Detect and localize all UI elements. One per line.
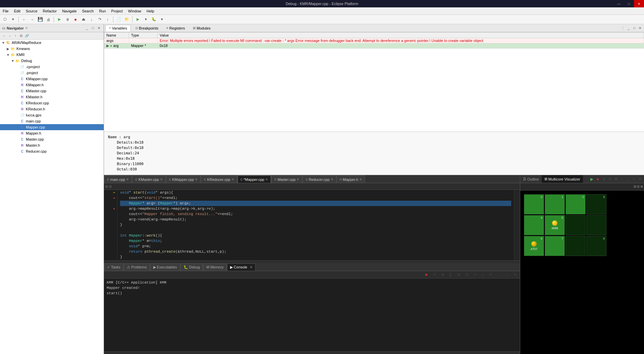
- editor-tab-close-4[interactable]: ✕: [265, 178, 268, 181]
- editor-tab-3[interactable]: CKReducer.cpp ✕: [201, 175, 237, 183]
- tree-arrow-kmeans[interactable]: ▶: [6, 47, 10, 51]
- editor-tab-close-7[interactable]: ✕: [359, 178, 362, 181]
- tab-registers[interactable]: ≡ Registers: [163, 25, 189, 32]
- console-maximize[interactable]: □: [503, 271, 511, 278]
- tree-item-kreducer_cpp[interactable]: CKReducer.cpp: [0, 100, 104, 106]
- toolbar-debug-suspend[interactable]: ⏸: [64, 16, 71, 23]
- toolbar-new[interactable]: 📄: [115, 16, 122, 23]
- console-btn2[interactable]: ✕: [431, 271, 438, 278]
- debug-maximize-icon[interactable]: □: [632, 26, 637, 31]
- tree-arrow-kmr[interactable]: ▼: [6, 53, 10, 57]
- console-minimize[interactable]: _: [495, 271, 502, 278]
- tree-item-lucca[interactable]: 📄lucca.gps: [0, 112, 104, 118]
- debug-minimize-icon[interactable]: _: [626, 26, 631, 31]
- nav-close-icon[interactable]: ✕: [96, 26, 102, 31]
- menu-file[interactable]: File: [0, 8, 11, 14]
- tree-item-kmapper_h[interactable]: HKMapper.h: [0, 82, 104, 88]
- multicore-tab[interactable]: ⊞ Multicore Visualizer: [542, 175, 583, 183]
- menu-search[interactable]: Search: [79, 8, 97, 14]
- tree-item-debug[interactable]: ▼📁Debug: [0, 58, 104, 64]
- toolbar-run[interactable]: ▶: [134, 16, 142, 23]
- nav-collapse-icon[interactable]: ⊟: [18, 33, 24, 39]
- tree-item-mapper_cpp[interactable]: CMapper.cpp: [0, 124, 104, 130]
- toolbar-step-over[interactable]: ↷: [96, 16, 103, 23]
- nav-minimize-icon[interactable]: _: [84, 26, 90, 31]
- maximize-button[interactable]: □: [624, 0, 634, 7]
- console-tab-problems[interactable]: ⚠ Problems: [124, 263, 150, 271]
- console-tab-console[interactable]: ▶ Console✕: [227, 263, 256, 271]
- menu-refactor[interactable]: Refactor: [40, 8, 60, 14]
- editor-tab-6[interactable]: CReducer.cpp ✕: [303, 175, 336, 183]
- toolbar-debug-btn[interactable]: 🐛: [150, 16, 158, 23]
- toolbar-debug-stop[interactable]: ■: [72, 16, 79, 23]
- editor-tab-1[interactable]: CKMaster.cpp ✕: [132, 175, 166, 183]
- multicore-close-icon[interactable]: ✕: [637, 176, 643, 182]
- minimize-button[interactable]: —: [614, 0, 624, 7]
- tree-item-kmeans[interactable]: ▶📁Kmeans: [0, 46, 104, 52]
- var-row-1[interactable]: ▶ ● argMapper *0x18: [104, 43, 644, 49]
- toolbar-run-dropdown[interactable]: ▾: [142, 16, 150, 23]
- editor-tab-close-0[interactable]: ✕: [126, 178, 129, 181]
- outline-tab[interactable]: ☰ Outline: [520, 175, 542, 183]
- toolbar-debug-disconnect[interactable]: ⏏: [80, 16, 87, 23]
- tab-variables[interactable]: = Variables: [105, 25, 131, 32]
- toolbar-save[interactable]: 💾: [37, 16, 44, 23]
- tree-item-kmaster_cpp[interactable]: CKMaster.cpp: [0, 88, 104, 94]
- code-content[interactable]: void* start(void* args){ cout<<"start()"…: [117, 190, 514, 260]
- debug-show-cols-icon[interactable]: ⋮: [620, 26, 626, 31]
- tree-item-kreducer_h[interactable]: HKReducer.h: [0, 106, 104, 112]
- tree-item-cproject[interactable]: 📄.cproject: [0, 64, 104, 70]
- multicore-stop-icon[interactable]: ■: [595, 176, 600, 182]
- close-button[interactable]: ✕: [634, 0, 644, 7]
- console-tab-debug[interactable]: 🐛 Debug: [180, 263, 203, 271]
- tree-arrow-debug[interactable]: ▼: [11, 59, 15, 63]
- editor-tab-close-3[interactable]: ✕: [231, 178, 234, 181]
- console-btn5[interactable]: ⊟: [455, 271, 462, 278]
- toolbar-open[interactable]: 📁: [123, 16, 130, 23]
- nav-link-icon[interactable]: 🔗: [24, 33, 30, 39]
- editor-tab-5[interactable]: CMaster.cpp ✕: [271, 175, 302, 183]
- menu-window[interactable]: Window: [125, 8, 144, 14]
- console-btn3[interactable]: ⊗: [439, 271, 446, 278]
- toolbar-debug-resume[interactable]: ▶: [56, 16, 63, 23]
- tree-arrow-arav[interactable]: ▼: [1, 41, 5, 45]
- multicore-more-icon[interactable]: ⋮: [619, 176, 625, 182]
- tree-item-main_cpp[interactable]: Cmain.cpp: [0, 118, 104, 124]
- menu-help[interactable]: Help: [144, 8, 157, 14]
- tree-item-arav[interactable]: ▼🏗ARAVMapReduce: [0, 40, 104, 46]
- menu-edit[interactable]: Edit: [11, 8, 23, 14]
- menu-project[interactable]: Project: [109, 8, 125, 14]
- toolbar-btn-2[interactable]: ▾: [9, 16, 17, 23]
- var-expand-icon[interactable]: ▶: [106, 44, 110, 48]
- tree-item-mapper_h[interactable]: HMapper.h: [0, 130, 104, 136]
- editor-tab-2[interactable]: CKMapper.cpp ✕: [166, 175, 201, 183]
- editor-tab-close-5[interactable]: ✕: [297, 178, 299, 181]
- console-btn4[interactable]: ‖: [447, 271, 454, 278]
- var-row-0[interactable]: argsError: Multiple errors reported.\ Fa…: [104, 38, 644, 43]
- console-tab-executables[interactable]: ▶ Executables: [150, 263, 180, 271]
- editor-tab-0[interactable]: Cmain.cpp ✕: [104, 175, 132, 183]
- nav-back-icon[interactable]: ←: [1, 33, 7, 39]
- menu-source[interactable]: Source: [23, 8, 40, 14]
- tree-item-kmaster_h[interactable]: HKMaster.h: [0, 94, 104, 100]
- toolbar-forward[interactable]: →: [29, 16, 36, 23]
- console-scrollbar-h[interactable]: [104, 351, 520, 354]
- tab-modules[interactable]: ⊞ Modules: [189, 25, 214, 32]
- tree-item-master_cpp[interactable]: CMaster.cpp: [0, 136, 104, 142]
- menu-run[interactable]: Run: [96, 8, 108, 14]
- menu-navigate[interactable]: Navigate: [59, 8, 79, 14]
- tab-breakpoints[interactable]: ⊙ Breakpoints: [131, 25, 162, 32]
- editor-scrollbar-h[interactable]: [104, 260, 520, 263]
- tree-item-kmapper_cpp[interactable]: CKMapper.cpp: [0, 76, 104, 82]
- editor-tab-close-1[interactable]: ✕: [160, 178, 163, 181]
- console-tab-close-5[interactable]: ✕: [250, 265, 253, 269]
- multicore-refresh-icon[interactable]: ↺: [607, 176, 612, 182]
- toolbar-back[interactable]: ←: [20, 16, 28, 23]
- editor-tab-4[interactable]: C*Mapper.cpp ✕: [237, 175, 271, 183]
- console-layout-btn[interactable]: ▾: [487, 271, 494, 278]
- multicore-maximize-icon[interactable]: □: [631, 176, 637, 182]
- multicore-settings-icon[interactable]: ⚙: [613, 176, 619, 182]
- tree-item-kmr[interactable]: ▼📁KMR: [0, 52, 104, 58]
- editor-tab-7[interactable]: HMapper.h ✕: [337, 175, 365, 183]
- editor-tab-close-6[interactable]: ✕: [331, 178, 333, 181]
